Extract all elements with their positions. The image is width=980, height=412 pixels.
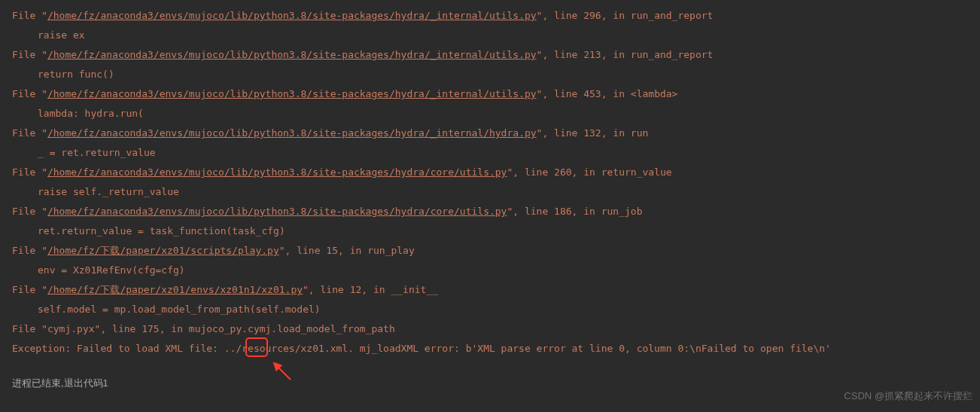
line-info: ", line 12, in __init__ (303, 284, 438, 295)
frame-file-line: File "/home/fz/anaconda3/envs/mujoco/lib… (0, 124, 980, 143)
file-prefix: File " (12, 166, 47, 178)
file-prefix: File " (12, 127, 47, 139)
line-info: ", line 132, in run (537, 127, 649, 139)
file-prefix: File " (12, 88, 47, 99)
frame-code-line: return func() (0, 65, 980, 84)
frame-file-line: File "/home/fz/下载/paper/xz01/envs/xz01n1… (0, 280, 980, 300)
file-path-link[interactable]: /home/fz/anaconda3/envs/mujoco/lib/pytho… (47, 127, 537, 139)
line-info: ", line 260, in return_value (507, 166, 671, 178)
frame-code-line: env = Xz01RefEnv(cfg=cfg) (0, 261, 980, 280)
line-info: ", line 186, in run_job (507, 206, 642, 217)
frame-code-line: self.model = mp.load_model_from_path(sel… (0, 300, 980, 319)
exception-prefix: Exception: Failed to load XML file: (12, 343, 224, 354)
last-frame-line: File "cymj.pyx", line 175, in mujoco_py.… (0, 319, 980, 339)
file-prefix: File " (12, 10, 47, 21)
last-frame-text: File "cymj.pyx", line 175, in mujoco_py.… (12, 323, 395, 334)
file-path-link[interactable]: /home/fz/anaconda3/envs/mujoco/lib/pytho… (47, 10, 537, 21)
frame-file-line: File "/home/fz/anaconda3/envs/mujoco/lib… (0, 163, 980, 182)
frame-file-line: File "/home/fz/anaconda3/envs/mujoco/lib… (0, 84, 980, 104)
line-info: ", line 296, in run_and_report (537, 10, 714, 21)
file-prefix: File " (12, 49, 47, 60)
frame-code-line: raise ex (0, 26, 980, 45)
watermark: CSDN @抓紧爬起来不许摆烂 (844, 386, 972, 406)
frame-file-line: File "/home/fz/anaconda3/envs/mujoco/lib… (0, 45, 980, 65)
file-path-link[interactable]: /home/fz/anaconda3/envs/mujoco/lib/pytho… (47, 206, 507, 217)
frame-code-line: raise self._return_value (0, 182, 980, 202)
frame-code-line: lambda: hydra.run( (0, 104, 980, 124)
frame-file-line: File "/home/fz/anaconda3/envs/mujoco/lib… (0, 6, 980, 26)
file-prefix: File " (12, 284, 47, 295)
traceback-container: File "/home/fz/anaconda3/envs/mujoco/lib… (0, 6, 980, 319)
exception-line: Exception: Failed to load XML file: ../r… (0, 339, 980, 359)
file-path-link[interactable]: /home/fz/anaconda3/envs/mujoco/lib/pytho… (47, 88, 537, 99)
frame-file-line: File "/home/fz/anaconda3/envs/mujoco/lib… (0, 202, 980, 221)
frame-file-line: File "/home/fz/下载/paper/xz01/scripts/pla… (0, 241, 980, 261)
line-info: ", line 453, in <lambda> (537, 88, 678, 99)
file-path-link[interactable]: /home/fz/anaconda3/envs/mujoco/lib/pytho… (47, 166, 507, 178)
file-path-link[interactable]: /home/fz/下载/paper/xz01/scripts/play.py (47, 245, 279, 256)
file-path-link[interactable]: /home/fz/anaconda3/envs/mujoco/lib/pytho… (47, 49, 537, 60)
file-prefix: File " (12, 206, 47, 217)
exit-message: 进程已结束,退出代码1 (0, 374, 980, 393)
frame-code-line: _ = ret.return_value (0, 143, 980, 163)
file-prefix: File " (12, 245, 47, 256)
exception-suffix: ../resources/xz01.xml. mj_loadXML error:… (224, 343, 831, 354)
line-info: ", line 213, in run_and_report (537, 49, 714, 60)
frame-code-line: ret.return_value = task_function(task_cf… (0, 221, 980, 241)
line-info: ", line 15, in run_play (279, 245, 415, 256)
file-path-link[interactable]: /home/fz/下载/paper/xz01/envs/xz01n1/xz01.… (47, 284, 303, 295)
